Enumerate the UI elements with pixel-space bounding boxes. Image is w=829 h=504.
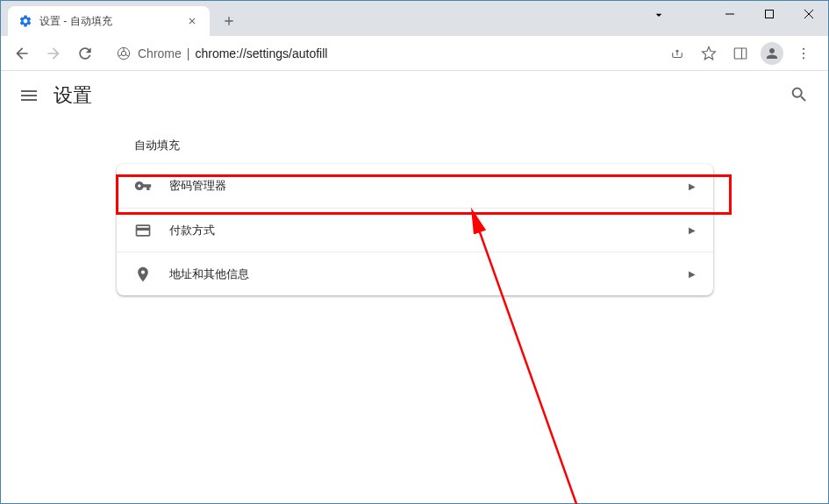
chevron-right-icon: ▶: [689, 269, 696, 279]
row-payment-methods[interactable]: 付款方式 ▶: [117, 208, 713, 252]
settings-panel: 自动填充 密码管理器 ▶ 付款方式 ▶: [117, 138, 713, 295]
url-path: chrome://settings/autofill: [195, 46, 327, 60]
svg-rect-4: [734, 48, 747, 59]
url-prefix: Chrome: [138, 46, 182, 60]
search-icon[interactable]: [790, 85, 811, 106]
row-password-manager[interactable]: 密码管理器 ▶: [117, 164, 713, 208]
svg-point-8: [803, 57, 804, 59]
key-icon: [134, 177, 152, 195]
page-content: 设置 自动填充 密码管理器 ▶: [1, 71, 828, 503]
row-addresses[interactable]: 地址和其他信息 ▶: [117, 252, 713, 295]
menu-dots-icon[interactable]: [790, 39, 818, 67]
credit-card-icon: [134, 222, 152, 239]
forward-button[interactable]: [39, 39, 68, 67]
browser-window: 设置 - 自动填充: [0, 0, 829, 504]
settings-card: 密码管理器 ▶ 付款方式 ▶ 地址和其他信息: [117, 164, 713, 295]
row-label: 付款方式: [169, 223, 689, 238]
close-tab-icon[interactable]: [185, 14, 199, 28]
location-pin-icon: [134, 266, 152, 283]
new-tab-button[interactable]: [217, 9, 241, 33]
address-bar[interactable]: Chrome | chrome://settings/autofill: [110, 40, 653, 67]
page-title: 设置: [54, 82, 790, 109]
tab-title: 设置 - 自动填充: [39, 14, 185, 29]
close-window-button[interactable]: [789, 1, 828, 27]
share-icon[interactable]: [663, 39, 691, 67]
minimize-button[interactable]: [710, 1, 749, 27]
titlebar: 设置 - 自动填充: [1, 1, 828, 36]
tab-search-icon[interactable]: [652, 8, 666, 25]
chevron-right-icon: ▶: [689, 181, 696, 191]
toolbar: Chrome | chrome://settings/autofill: [1, 36, 828, 71]
chevron-right-icon: ▶: [689, 225, 696, 235]
reload-button[interactable]: [71, 39, 99, 67]
maximize-button[interactable]: [749, 1, 789, 27]
chrome-logo-icon: [117, 46, 131, 60]
profile-avatar[interactable]: [758, 39, 786, 67]
svg-point-6: [803, 47, 804, 49]
svg-point-3: [121, 51, 125, 55]
side-panel-icon[interactable]: [726, 39, 754, 67]
settings-gear-icon: [18, 14, 32, 28]
section-title: 自动填充: [117, 138, 713, 153]
bookmark-star-icon[interactable]: [695, 39, 723, 67]
row-label: 密码管理器: [169, 178, 689, 194]
row-label: 地址和其他信息: [169, 266, 689, 282]
svg-rect-1: [765, 11, 773, 18]
back-button[interactable]: [8, 39, 36, 67]
settings-header: 设置: [1, 71, 828, 120]
toolbar-right: [663, 39, 818, 67]
browser-tab[interactable]: 设置 - 自动填充: [8, 6, 210, 36]
url-separator: |: [187, 46, 190, 60]
window-controls: [710, 1, 828, 27]
settings-main: 自动填充 密码管理器 ▶ 付款方式 ▶: [1, 120, 828, 313]
svg-point-7: [803, 52, 804, 53]
hamburger-menu-icon[interactable]: [18, 85, 39, 106]
